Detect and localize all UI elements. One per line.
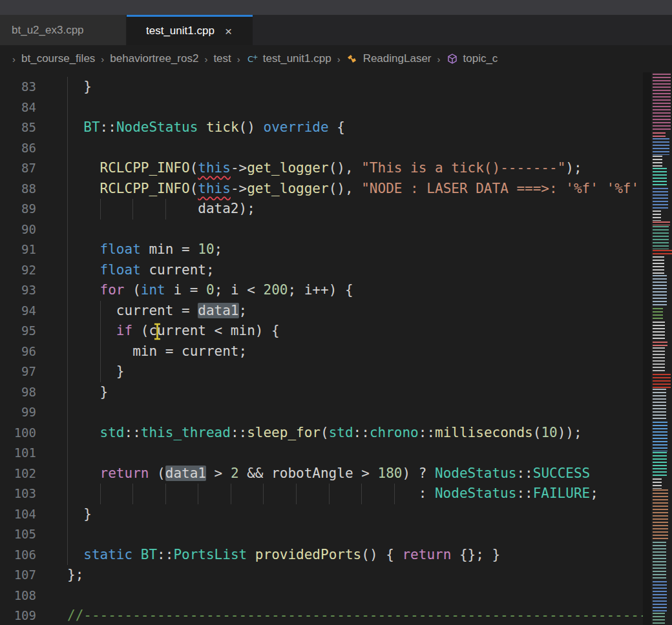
token: "This is a tick()-------"	[361, 160, 565, 176]
code-line[interactable]: 97 }	[0, 362, 643, 382]
code-line[interactable]: 83 }	[0, 77, 643, 97]
code-line[interactable]: 102 return (data1 > 2 && robotAngle > 18…	[0, 464, 643, 484]
token: 10	[541, 425, 557, 440]
token: return	[100, 466, 149, 481]
minimap[interactable]	[651, 72, 672, 625]
minimap-code-block	[653, 74, 671, 132]
token: std	[100, 425, 125, 440]
minimap-code-block	[653, 275, 667, 307]
code-line[interactable]: 86	[0, 138, 643, 159]
indent-guide	[361, 484, 362, 504]
minimap-code-block	[653, 322, 665, 341]
gutter	[36, 199, 67, 220]
token: ::	[516, 466, 532, 481]
code-line[interactable]: 100 std::this_thread::sleep_for(std::chr…	[0, 423, 643, 444]
token: (	[320, 425, 329, 440]
breadcrumb-label: bt_course_files	[21, 52, 95, 65]
token: }	[67, 384, 108, 400]
line-number: 103	[0, 484, 36, 504]
code-line[interactable]: 87 RCLCPP_INFO(this->get_logger(), "This…	[0, 158, 643, 179]
scrollbar-track[interactable]	[643, 72, 651, 625]
code-line[interactable]: 94 current = data1;	[0, 301, 643, 322]
breadcrumb-label: topic_c	[463, 52, 498, 65]
field-symbol-icon	[446, 53, 459, 65]
code-line[interactable]: 109//-----------------------------------…	[0, 606, 643, 625]
chevron-right-icon: ›	[237, 54, 240, 65]
minimap-code-block	[653, 374, 671, 388]
code-text: static BT::PortsList providedPorts() { r…	[67, 545, 500, 566]
code-text: }	[67, 77, 92, 97]
minimap-code-block	[653, 389, 666, 421]
code-line[interactable]: 107};	[0, 565, 643, 586]
token: ; i++) {	[288, 282, 353, 298]
code-line[interactable]: 90	[0, 220, 643, 240]
gutter	[36, 504, 67, 525]
token: 0	[206, 282, 215, 298]
gutter	[36, 606, 67, 625]
tab-test-unit1[interactable]: test_unit1.cpp ×	[127, 15, 253, 45]
code-line[interactable]: 101	[0, 443, 643, 464]
code-text: }	[67, 362, 125, 382]
code-text: RCLCPP_INFO(this->get_logger(), "This is…	[67, 158, 582, 179]
token	[67, 160, 100, 176]
code-line[interactable]: 96 min = current;	[0, 342, 643, 362]
token: static	[83, 547, 132, 562]
token: ::	[516, 486, 532, 501]
breadcrumb-label: behaviortree_ros2	[110, 52, 198, 65]
code-line[interactable]: 98 }	[0, 382, 643, 403]
code-line[interactable]: 104 }	[0, 504, 643, 525]
code-line[interactable]: 93 for (int i = 0; i < 200; i++) {	[0, 280, 643, 301]
token: this	[198, 160, 231, 176]
breadcrumb-item-topic-c[interactable]: topic_c	[446, 52, 498, 65]
code-line[interactable]: 108	[0, 586, 643, 606]
gutter	[36, 138, 67, 159]
breadcrumb-item-test-unit1-cpp[interactable]: C+test_unit1.cpp	[246, 52, 331, 65]
token: ;	[590, 486, 598, 501]
minimap-code-block	[653, 308, 663, 321]
token: }	[67, 506, 92, 522]
code-line[interactable]: 103 : NodeStatus::FAILURE;	[0, 484, 643, 504]
breadcrumb-item-readinglaser[interactable]: ReadingLaser	[346, 52, 432, 65]
token: get_logger	[247, 160, 328, 176]
line-number: 107	[0, 565, 36, 586]
breadcrumb: ›bt_course_files›behaviortree_ros2›test›…	[0, 45, 672, 72]
breadcrumb-item-test[interactable]: test	[213, 52, 231, 65]
code-line[interactable]: 88 RCLCPP_INFO(this->get_logger(), "NODE…	[0, 179, 643, 200]
token	[67, 241, 100, 257]
token	[198, 119, 206, 135]
token: 2	[231, 466, 239, 481]
chevron-right-icon: ›	[204, 54, 207, 65]
line-number: 86	[0, 138, 36, 159]
code-text: for (int i = 0; i < 200; i++) {	[67, 280, 353, 301]
code-editor[interactable]: 83 }8485 BT::NodeStatus tick() override …	[0, 72, 643, 625]
tab-bt-u2-ex3[interactable]: bt_u2_ex3.cpp	[0, 15, 127, 45]
code-line[interactable]: 92 float current;	[0, 260, 643, 281]
token: 180	[377, 466, 402, 481]
indent-guide	[132, 199, 133, 220]
minimap-code-block	[653, 256, 664, 274]
code-line[interactable]: 99	[0, 402, 643, 423]
minimap-code-block	[653, 168, 667, 187]
indent-guide	[67, 504, 68, 525]
code-line[interactable]: 106 static BT::PortsList providedPorts()…	[0, 545, 643, 566]
code-line[interactable]: 105	[0, 524, 643, 545]
breadcrumb-item-behaviortree-ros2[interactable]: behaviortree_ros2	[110, 52, 198, 65]
code-line[interactable]: 84	[0, 97, 643, 118]
token: min = current;	[67, 343, 247, 359]
indent-guide	[67, 423, 68, 444]
code-line[interactable]: 89 data2);	[0, 199, 643, 220]
indent-guide	[67, 321, 68, 342]
code-line[interactable]: 95 if (current < min) {	[0, 321, 643, 342]
breadcrumb-item-bt-course-files[interactable]: bt_course_files	[21, 52, 95, 65]
code-line[interactable]: 85 BT::NodeStatus tick() override {	[0, 118, 643, 138]
token: ()	[239, 119, 264, 135]
minimap-code-block	[653, 132, 666, 138]
close-icon[interactable]: ×	[224, 25, 233, 37]
gutter	[36, 362, 67, 382]
token: //--------------------------------------…	[67, 608, 643, 623]
code-text: if (current < min) {	[67, 321, 280, 342]
token: return	[402, 547, 451, 562]
code-line[interactable]: 91 float min = 10;	[0, 240, 643, 260]
minimap-code-block	[653, 342, 667, 347]
token: ; i <	[215, 282, 264, 298]
